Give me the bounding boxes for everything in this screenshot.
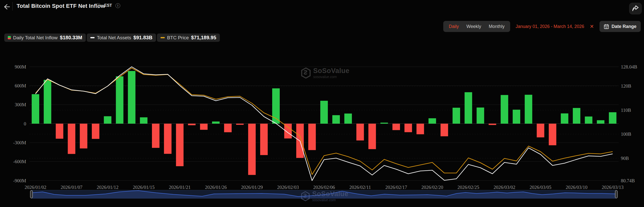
inflow-bar (56, 124, 63, 139)
inflow-bar (609, 112, 616, 124)
inflow-bar (200, 124, 208, 130)
date-range-button[interactable]: 12 Date Range (599, 21, 641, 32)
y-axis-label-right: 100B (621, 131, 631, 137)
inflow-bar (92, 124, 99, 139)
legend-label: Daily Total Net Inflow (13, 35, 58, 41)
inflow-bar (248, 124, 256, 175)
inflow-bar (236, 124, 244, 125)
btc-price-line-icon (160, 37, 165, 38)
title-info-icon[interactable]: i (96, 3, 101, 8)
timezone-info-icon[interactable]: i (115, 3, 120, 8)
y-axis-label-left: 300M (15, 102, 26, 107)
y-axis-label-right: 80.74B (621, 178, 635, 183)
inflow-bar (260, 124, 268, 155)
legend-chip-net-assets[interactable]: Total Net Assets $91.83B (87, 33, 156, 42)
x-axis-label: 2026/02/11 (349, 185, 371, 190)
inflow-bar (212, 121, 220, 124)
inflow-bar (308, 124, 316, 150)
navigator-handle-right[interactable] (615, 191, 618, 198)
inflow-bar (68, 124, 75, 154)
inflow-bar (549, 124, 556, 145)
legend-chip-btc-price[interactable]: BTC Price $71,189.95 (157, 33, 220, 42)
inflow-bar (465, 92, 472, 124)
y-axis-label-left: -300M (13, 140, 26, 145)
inflow-bar (477, 108, 484, 124)
x-axis-label: 2026/01/07 (61, 185, 83, 190)
clear-date-range-icon[interactable]: ✕ (590, 24, 594, 29)
inflow-bar (152, 124, 159, 148)
inflow-bar (489, 124, 496, 125)
inflow-bar (380, 123, 388, 124)
legend-value: $91.83B (133, 35, 152, 41)
calendar-icon: 12 (604, 24, 609, 29)
x-axis-label: 2026/01/15 (133, 185, 155, 190)
inflow-bar (392, 124, 400, 130)
y-axis-label-left: -600M (13, 159, 26, 164)
inflow-bar (176, 124, 184, 166)
x-axis-label: 2026/02/03 (277, 185, 299, 190)
y-axis-label-right: 110B (621, 108, 631, 113)
timezone-label: EST (104, 3, 112, 8)
share-icon (632, 5, 639, 12)
inflow-bar (405, 124, 412, 132)
inflow-bar (561, 113, 568, 124)
y-axis-label-right: 128.04B (621, 64, 637, 70)
x-axis-label: 2026/02/25 (458, 185, 479, 190)
inflow-bar (140, 117, 147, 124)
net-assets-line-icon (90, 37, 95, 38)
y-axis-label-right: 90B (621, 156, 629, 161)
selected-date-range: January 01, 2026 - March 14, 2026 (516, 24, 584, 29)
x-axis-label: 2026/03/02 (494, 185, 515, 190)
inflow-bar (537, 124, 544, 137)
inflow-bar (44, 80, 51, 124)
x-axis-label: 2026/02/20 (421, 185, 443, 190)
page-title: Total Bitcoin Spot ETF Net Inflow (17, 3, 105, 9)
x-axis-label: 2026/01/29 (241, 185, 263, 190)
navigator-handle-left[interactable] (30, 191, 33, 198)
y-axis-label-right: 120B (621, 83, 631, 89)
x-axis-label: 2026/03/10 (566, 185, 588, 190)
header-bar: Total Bitcoin Spot ETF Net Inflow i EST … (0, 0, 644, 16)
inflow-bar (344, 114, 352, 124)
y-axis-label-left: 600M (15, 83, 26, 88)
y-axis-label-left: -900M (13, 178, 26, 183)
chart-controls: Daily Weekly Monthly January 01, 2026 - … (443, 21, 641, 32)
inflow-bar (597, 120, 605, 124)
inflow-bar (104, 116, 111, 124)
x-axis-label: 2026/02/06 (313, 185, 335, 190)
inflow-bar (417, 124, 424, 134)
inflow-bar (188, 124, 195, 125)
inflow-bar (32, 94, 39, 124)
y-axis-label-left: 0 (24, 121, 26, 126)
x-axis-label: 2026/03/13 (602, 185, 624, 190)
back-arrow-icon[interactable] (3, 3, 10, 11)
inflow-bar (224, 124, 232, 132)
inflow-bar (585, 117, 592, 124)
legend-label: BTC Price (167, 35, 189, 41)
inflow-bar (525, 95, 532, 124)
inflow-bar (356, 124, 364, 141)
x-axis-label: 2026/01/26 (205, 185, 227, 190)
inflow-bar (573, 108, 580, 124)
legend-chip-net-inflow[interactable]: Daily Total Net Inflow $180.33M (4, 33, 86, 42)
x-axis-label: 2026/01/21 (169, 185, 191, 190)
chart-legend: Daily Total Net Inflow $180.33M Total Ne… (4, 33, 220, 42)
inflow-bar (164, 124, 172, 154)
svg-text:12: 12 (605, 26, 608, 28)
tab-weekly[interactable]: Weekly (466, 24, 481, 29)
inflow-bar (501, 95, 508, 124)
legend-value: $180.33M (60, 35, 82, 41)
inflow-bar (320, 101, 328, 124)
x-axis-label: 2026/02/17 (385, 185, 407, 190)
x-axis-label: 2026/03/05 (530, 185, 551, 190)
inflow-bar (80, 124, 87, 148)
inflow-bar (428, 118, 436, 124)
share-button[interactable] (629, 3, 642, 14)
tab-monthly[interactable]: Monthly (489, 24, 505, 29)
inflow-bar (128, 71, 135, 124)
x-axis-label: 2026/01/02 (25, 185, 47, 190)
tab-daily[interactable]: Daily (449, 24, 459, 29)
granularity-switch: Daily Weekly Monthly (443, 21, 510, 32)
inflow-bar (368, 124, 376, 149)
date-range-button-label: Date Range (612, 24, 636, 29)
